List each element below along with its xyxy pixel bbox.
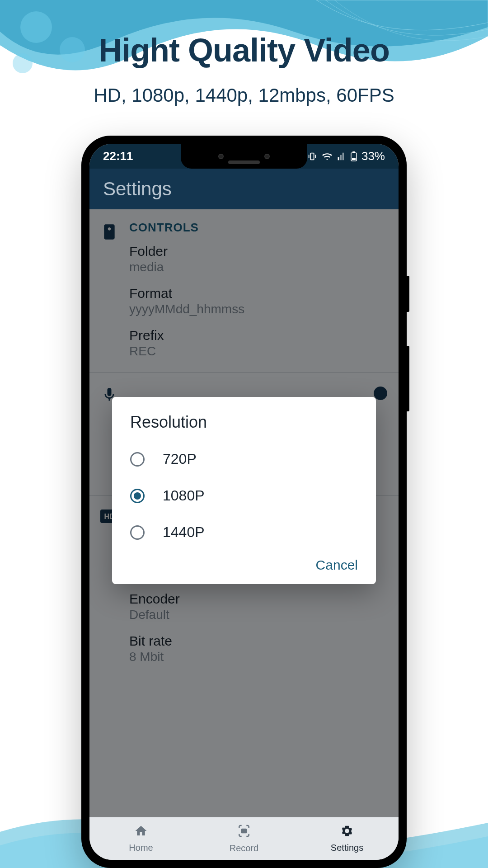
nav-settings[interactable]: Settings [296,817,399,860]
nav-home-label: Home [129,843,153,853]
nav-settings-label: Settings [331,843,363,853]
svg-rect-12 [242,829,247,833]
power-button [407,276,409,312]
radio-label: 1080P [163,487,205,504]
nav-record[interactable]: Record [192,817,296,860]
phone-screen: 22:11 33% Settings [89,144,399,860]
resolution-option-1080p[interactable]: 1080P [112,477,376,514]
signal-icon [337,152,346,161]
gear-icon [340,824,354,841]
cancel-button[interactable]: Cancel [316,557,358,573]
battery-percent: 33% [361,149,385,163]
battery-icon [351,151,357,161]
app-header: Settings [89,169,399,209]
phone-notch [181,144,307,169]
marketing-title: Hight Quality Video [0,32,488,69]
bottom-nav: Home Record Settings [89,817,399,860]
app-header-title: Settings [103,178,172,200]
radio-icon-selected [130,489,145,503]
home-icon [134,824,148,841]
marketing-subtitle: HD, 1080p, 1440p, 12mbps, 60FPS [0,85,488,106]
dialog-title: Resolution [112,413,376,441]
resolution-option-720p[interactable]: 720P [112,441,376,477]
wifi-icon [322,151,333,162]
phone-frame: 22:11 33% Settings [81,136,407,868]
nav-record-label: Record [230,843,258,854]
marketing-header: Hight Quality Video HD, 1080p, 1440p, 12… [0,0,488,106]
svg-rect-8 [352,158,356,160]
nav-home[interactable]: Home [89,817,192,860]
radio-icon [130,452,145,467]
record-icon [237,824,251,841]
vibrate-icon [307,151,317,161]
volume-button [407,346,409,411]
radio-label: 720P [163,451,197,467]
radio-icon [130,525,145,540]
radio-label: 1440P [163,524,205,541]
resolution-dialog: Resolution 720P 1080P 1440P Cancel [112,397,376,584]
content-area: CONTROLS Folder media Format yyyyMMdd_hh… [89,209,399,817]
svg-rect-7 [352,151,355,153]
resolution-option-1440p[interactable]: 1440P [112,514,376,551]
svg-rect-3 [310,153,314,160]
status-time: 22:11 [103,149,133,163]
